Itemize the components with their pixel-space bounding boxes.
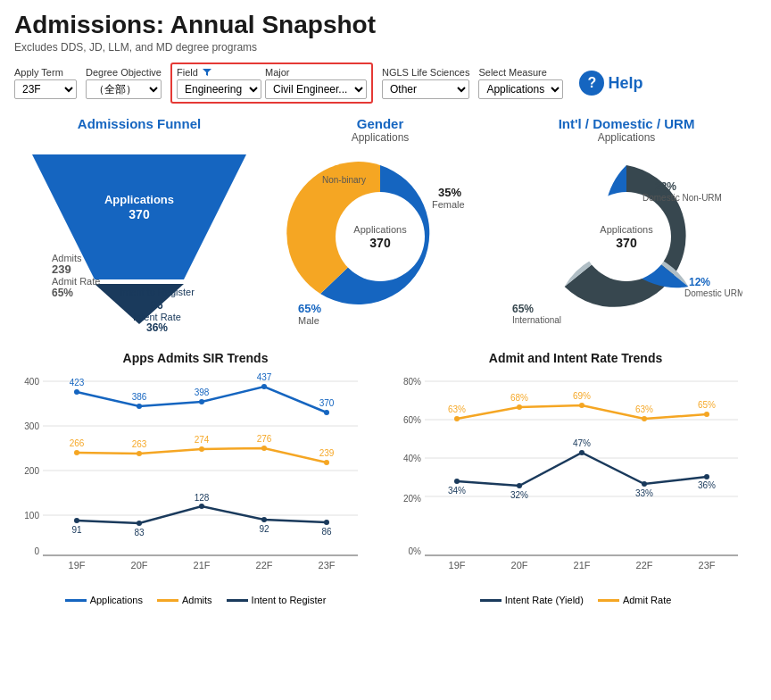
page-subtitle: Excludes DDS, JD, LLM, and MD degree pro… [14,41,757,54]
page-header: Admissions: Annual Snapshot Excludes DDS… [0,0,771,57]
help-button[interactable]: ? Help [579,71,642,96]
measure-label: Select Measure [478,67,563,78]
svg-text:86: 86 [151,299,163,312]
measure-select[interactable]: Applications [478,79,563,99]
apply-term-label: Apply Term [14,67,77,78]
svg-text:276: 276 [257,434,272,444]
svg-text:Intent to Register: Intent to Register [120,287,195,297]
apps-trend-legend: Applications Admits Intent to Register [14,595,377,605]
svg-text:20F: 20F [511,560,528,571]
apply-term-select[interactable]: 23F [14,79,77,99]
svg-text:20%: 20% [403,494,421,504]
svg-text:370: 370 [319,398,335,408]
svg-text:437: 437 [257,372,272,382]
funnel-title: Admissions Funnel [14,116,264,131]
admissions-funnel: Admissions Funnel Applications 370 Inten… [14,116,264,333]
svg-point-49 [324,410,329,415]
apps-trend-chart: Apps Admits SIR Trends 400 300 200 100 0… [14,351,377,605]
svg-text:91: 91 [71,525,82,535]
degree-objective-select[interactable]: （全部） [86,79,162,99]
svg-point-103 [642,481,647,487]
legend-intent-color [227,599,248,602]
gender-subtitle: Applications [264,131,496,144]
legend-applications-color [65,599,87,602]
legend-admit-rate: Admit Rate [598,595,671,605]
svg-point-47 [199,399,204,404]
svg-text:370: 370 [369,236,391,250]
intl-donut-wrapper: Applications 370 65% International 23% D… [510,147,742,329]
field-select[interactable]: Engineering [177,79,261,99]
svg-point-66 [137,521,142,526]
svg-text:65%: 65% [52,287,73,299]
svg-text:239: 239 [319,448,335,458]
svg-text:20F: 20F [131,560,148,571]
rate-trend-svg: 80% 60% 40% 20% 0% 19F 20F 21F 22F 23F [394,372,742,587]
svg-text:63%: 63% [448,404,466,414]
major-label: Major [265,67,367,78]
svg-point-91 [517,404,522,410]
svg-point-55 [74,450,79,455]
funnel-svg: Applications 370 Intent to Register 86 I… [14,137,264,333]
legend-admit-rate-color [598,599,619,602]
svg-text:34%: 34% [448,486,466,496]
apply-term-filter: Apply Term 23F [14,67,77,99]
gender-donut-wrapper: Applications 370 65% Male 35% Female 1% … [282,147,478,329]
svg-text:68%: 68% [510,393,528,403]
ngls-label: NGLS Life Sciences [382,67,469,78]
svg-text:19F: 19F [69,560,86,571]
svg-point-58 [261,446,267,451]
svg-text:23F: 23F [699,560,716,571]
field-label: Field [177,67,261,78]
legend-intent: Intent to Register [227,595,327,605]
legend-applications-label: Applications [90,595,143,605]
svg-text:1%: 1% [334,163,348,174]
field-major-wrapper: Field Engineering Major Civil Engineer..… [170,62,373,104]
filter-icon [202,67,212,78]
svg-text:21F: 21F [194,560,211,571]
svg-text:Applications: Applications [104,193,174,206]
svg-text:263: 263 [132,439,147,449]
major-select[interactable]: Civil Engineer... [265,79,367,99]
legend-intent-rate-label: Intent Rate (Yield) [505,595,584,605]
page-title: Admissions: Annual Snapshot [14,11,757,39]
major-filter: Major Civil Engineer... [265,67,367,99]
svg-text:Admit Rate: Admit Rate [52,276,100,287]
svg-text:100: 100 [24,511,39,521]
legend-admits-color [157,599,178,602]
svg-text:12%: 12% [689,276,710,288]
svg-text:22F: 22F [256,560,273,571]
svg-text:398: 398 [195,388,210,397]
svg-text:19F: 19F [449,560,466,571]
svg-text:65%: 65% [512,303,534,315]
degree-objective-label: Degree Objective [86,67,162,78]
svg-point-90 [454,416,460,421]
svg-text:47%: 47% [573,438,591,448]
svg-text:400: 400 [24,377,39,387]
svg-text:65%: 65% [298,302,321,315]
svg-point-68 [261,517,267,522]
gender-donut-svg: Applications 370 65% Male 35% Female 1% … [282,147,478,326]
svg-text:423: 423 [70,378,85,388]
legend-intent-rate: Intent Rate (Yield) [480,595,584,605]
svg-point-46 [137,404,142,409]
legend-applications: Applications [65,595,143,605]
svg-text:266: 266 [70,438,85,448]
svg-point-69 [324,520,329,525]
svg-text:69%: 69% [573,391,591,401]
gender-title: Gender [264,116,496,131]
svg-point-100 [454,479,460,484]
intl-title: Int'l / Domestic / URM [496,116,757,131]
svg-text:Non-binary: Non-binary [322,175,366,185]
svg-point-94 [704,412,709,417]
gender-chart: Gender Applications Applications 370 [264,116,496,333]
intl-donut-svg: Applications 370 65% International 23% D… [510,147,742,326]
degree-objective-filter: Degree Objective （全部） [86,67,162,99]
svg-point-57 [199,446,204,452]
svg-text:370: 370 [616,236,637,250]
svg-text:Applications: Applications [353,224,407,235]
svg-text:370: 370 [128,207,150,221]
svg-text:36%: 36% [698,480,716,490]
svg-text:35%: 35% [438,186,461,199]
legend-intent-rate-color [480,599,502,602]
ngls-select[interactable]: Other [382,79,469,99]
